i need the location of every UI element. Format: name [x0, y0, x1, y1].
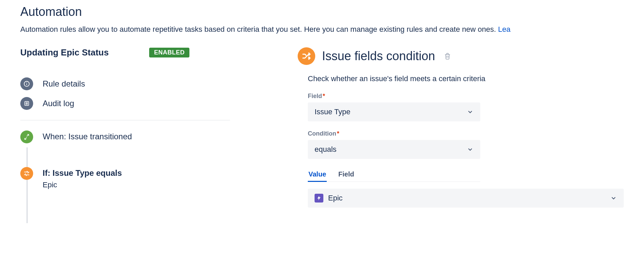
- list-icon: [20, 97, 33, 110]
- divider: [20, 120, 230, 120]
- trigger-label: When: Issue transitioned: [43, 132, 132, 141]
- panel-title: Issue fields condition: [322, 49, 435, 63]
- nav-rule-details[interactable]: Rule details: [20, 74, 230, 94]
- chevron-down-icon: [467, 109, 474, 115]
- condition-icon: [20, 167, 33, 180]
- timeline-trigger[interactable]: When: Issue transitioned: [20, 130, 230, 143]
- nav-rule-details-label: Rule details: [43, 79, 85, 89]
- learn-more-link[interactable]: Lea: [498, 25, 510, 33]
- rule-timeline: When: Issue transitioned If: Issue Type …: [20, 130, 230, 189]
- svg-point-2: [26, 82, 27, 83]
- chevron-down-icon: [610, 195, 617, 201]
- condition-label: If: Issue Type equals: [43, 168, 122, 178]
- page-title: Automation: [20, 5, 624, 19]
- tab-field[interactable]: Field: [338, 168, 355, 182]
- value-field-tabs: Value Field: [308, 168, 480, 182]
- status-badge: ENABLED: [149, 48, 189, 57]
- condition-select-value: equals: [315, 145, 337, 154]
- condition-select[interactable]: equals: [308, 140, 480, 159]
- tab-value[interactable]: Value: [308, 168, 327, 182]
- page-description: Automation rules allow you to automate r…: [20, 25, 624, 34]
- rule-sidebar: Updating Epic Status ENABLED Rule detail…: [20, 47, 230, 213]
- nav-audit-log[interactable]: Audit log: [20, 94, 230, 113]
- panel-description: Check whether an issue's field meets a c…: [308, 74, 624, 83]
- value-select-label: Epic: [328, 194, 343, 203]
- epic-icon: [315, 194, 323, 203]
- trash-icon[interactable]: [444, 52, 451, 60]
- trigger-icon: [20, 130, 33, 143]
- info-icon: [20, 77, 33, 90]
- config-panel: Issue fields condition Check whether an …: [298, 47, 624, 213]
- condition-detail: Epic: [43, 181, 122, 189]
- chevron-down-icon: [467, 146, 474, 153]
- field-label: Field*: [308, 93, 624, 100]
- value-select[interactable]: Epic: [308, 189, 624, 208]
- shuffle-icon: [298, 47, 315, 65]
- condition-field-label: Condition*: [308, 130, 624, 137]
- timeline-condition[interactable]: If: Issue Type equals Epic: [20, 167, 230, 189]
- field-select[interactable]: Issue Type: [308, 102, 480, 121]
- page-description-text: Automation rules allow you to automate r…: [20, 25, 498, 33]
- nav-audit-log-label: Audit log: [43, 99, 74, 108]
- field-select-value: Issue Type: [315, 108, 350, 116]
- rule-name: Updating Epic Status: [20, 47, 109, 58]
